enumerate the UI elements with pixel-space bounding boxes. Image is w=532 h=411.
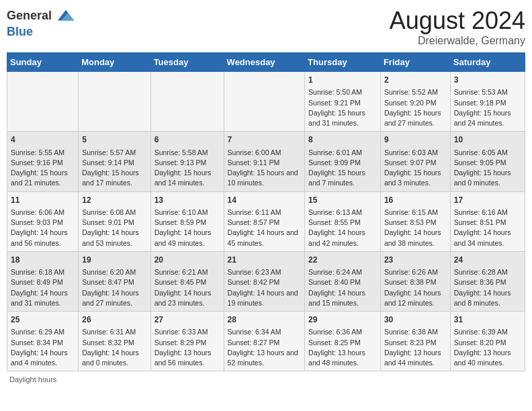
sunset-text: Sunset: 8:57 PM: [228, 218, 302, 228]
month-title: August 2024: [390, 7, 525, 35]
sunrise-text: Sunrise: 6:15 AM: [384, 208, 447, 218]
calendar-cell: 28Sunrise: 6:34 AMSunset: 8:27 PMDayligh…: [224, 312, 305, 371]
day-number: 22: [308, 255, 377, 266]
sunrise-text: Sunrise: 6:38 AM: [384, 327, 447, 337]
day-number: 7: [228, 134, 302, 146]
sunset-text: Sunset: 9:07 PM: [384, 158, 447, 168]
logo-general: General: [7, 9, 52, 22]
daylight-text: Daylight: 13 hours and 52 minutes.: [228, 348, 302, 368]
sunset-text: Sunset: 8:32 PM: [82, 338, 146, 348]
daylight-text: Daylight: 15 hours and 14 minutes.: [154, 168, 220, 188]
sunrise-text: Sunrise: 6:11 AM: [228, 208, 302, 218]
calendar-cell: 16Sunrise: 6:15 AMSunset: 8:53 PMDayligh…: [380, 191, 450, 251]
calendar-cell: 12Sunrise: 6:08 AMSunset: 9:01 PMDayligh…: [79, 191, 150, 251]
day-header-tuesday: Tuesday: [150, 53, 224, 72]
sunset-text: Sunset: 8:59 PM: [154, 218, 220, 228]
day-header-monday: Monday: [79, 53, 150, 72]
day-number: 30: [384, 314, 447, 326]
calendar-header: SundayMondayTuesdayWednesdayThursdayFrid…: [7, 53, 525, 72]
daylight-text: Daylight: 13 hours and 44 minutes.: [384, 348, 447, 368]
sunrise-text: Sunrise: 6:18 AM: [11, 267, 75, 277]
sunset-text: Sunset: 8:42 PM: [228, 277, 302, 287]
daylight-text: Daylight: 14 hours and 23 minutes.: [154, 288, 220, 308]
sunrise-text: Sunrise: 6:39 AM: [454, 327, 521, 337]
calendar-cell: 4Sunrise: 5:55 AMSunset: 9:16 PMDaylight…: [7, 132, 79, 191]
title-block: August 2024 Dreierwalde, Germany: [390, 7, 525, 47]
page-header: General Blue August 2024 Dreierwalde, Ge…: [7, 7, 525, 47]
day-number: 4: [11, 134, 75, 146]
sunset-text: Sunset: 9:14 PM: [82, 158, 146, 168]
calendar-cell: 14Sunrise: 6:11 AMSunset: 8:57 PMDayligh…: [224, 191, 305, 251]
calendar-cell: [7, 72, 79, 132]
daylight-text: Daylight: 14 hours and 45 minutes.: [228, 228, 302, 248]
day-header-saturday: Saturday: [450, 53, 525, 72]
day-number: 21: [228, 255, 302, 266]
footer-text: Daylight hours: [9, 375, 56, 383]
day-number: 26: [82, 314, 146, 326]
day-number: 5: [82, 134, 146, 146]
calendar-cell: 5Sunrise: 5:57 AMSunset: 9:14 PMDaylight…: [79, 132, 150, 191]
sunset-text: Sunset: 8:20 PM: [454, 338, 521, 348]
days-row: SundayMondayTuesdayWednesdayThursdayFrid…: [7, 53, 525, 72]
calendar-table: SundayMondayTuesdayWednesdayThursdayFrid…: [7, 52, 525, 371]
daylight-text: Daylight: 15 hours and 21 minutes.: [11, 168, 75, 188]
calendar-cell: 7Sunrise: 6:00 AMSunset: 9:11 PMDaylight…: [224, 132, 305, 191]
sunrise-text: Sunrise: 6:36 AM: [308, 327, 377, 337]
calendar-cell: 22Sunrise: 6:24 AMSunset: 8:40 PMDayligh…: [305, 251, 381, 311]
day-number: 1: [308, 75, 377, 86]
calendar-cell: 11Sunrise: 6:06 AMSunset: 9:03 PMDayligh…: [7, 191, 79, 251]
day-number: 11: [11, 195, 75, 206]
sunset-text: Sunset: 8:40 PM: [308, 277, 377, 287]
sunrise-text: Sunrise: 5:57 AM: [82, 148, 146, 158]
day-number: 6: [154, 134, 220, 146]
sunrise-text: Sunrise: 6:10 AM: [154, 208, 220, 218]
calendar-week-2: 4Sunrise: 5:55 AMSunset: 9:16 PMDaylight…: [7, 132, 525, 191]
sunset-text: Sunset: 8:51 PM: [454, 218, 521, 228]
day-number: 2: [384, 75, 447, 86]
sunrise-text: Sunrise: 6:16 AM: [454, 208, 521, 218]
day-number: 19: [82, 255, 146, 266]
daylight-text: Daylight: 14 hours and 49 minutes.: [154, 228, 220, 248]
calendar-cell: [79, 72, 150, 132]
calendar-cell: 13Sunrise: 6:10 AMSunset: 8:59 PMDayligh…: [150, 191, 224, 251]
logo-blue: Blue: [7, 25, 33, 38]
sunrise-text: Sunrise: 6:23 AM: [228, 267, 302, 277]
daylight-text: Daylight: 15 hours and 24 minutes.: [454, 108, 521, 128]
calendar-cell: 1Sunrise: 5:50 AMSunset: 9:21 PMDaylight…: [305, 72, 381, 132]
daylight-text: Daylight: 14 hours and 8 minutes.: [454, 288, 521, 308]
sunrise-text: Sunrise: 6:29 AM: [11, 327, 75, 337]
daylight-text: Daylight: 15 hours and 31 minutes.: [308, 108, 377, 128]
calendar-cell: 10Sunrise: 6:05 AMSunset: 9:05 PMDayligh…: [450, 132, 525, 191]
calendar-cell: [224, 72, 305, 132]
daylight-text: Daylight: 14 hours and 31 minutes.: [11, 288, 75, 308]
daylight-text: Daylight: 14 hours and 56 minutes.: [11, 228, 75, 248]
calendar-cell: 29Sunrise: 6:36 AMSunset: 8:25 PMDayligh…: [305, 312, 381, 371]
daylight-text: Daylight: 14 hours and 12 minutes.: [384, 288, 447, 308]
daylight-text: Daylight: 15 hours and 7 minutes.: [308, 168, 377, 188]
location-title: Dreierwalde, Germany: [390, 35, 525, 47]
daylight-text: Daylight: 14 hours and 15 minutes.: [308, 288, 377, 308]
day-header-wednesday: Wednesday: [224, 53, 305, 72]
day-number: 14: [228, 195, 302, 206]
calendar-cell: [150, 72, 224, 132]
day-number: 12: [82, 195, 146, 206]
daylight-text: Daylight: 15 hours and 17 minutes.: [82, 168, 146, 188]
sunrise-text: Sunrise: 6:26 AM: [384, 267, 447, 277]
calendar-cell: 2Sunrise: 5:52 AMSunset: 9:20 PMDaylight…: [380, 72, 450, 132]
calendar-cell: 21Sunrise: 6:23 AMSunset: 8:42 PMDayligh…: [224, 251, 305, 311]
sunset-text: Sunset: 8:29 PM: [154, 338, 220, 348]
sunset-text: Sunset: 8:47 PM: [82, 277, 146, 287]
sunrise-text: Sunrise: 6:24 AM: [308, 267, 377, 277]
daylight-text: Daylight: 14 hours and 4 minutes.: [11, 348, 75, 368]
sunrise-text: Sunrise: 5:53 AM: [454, 87, 521, 97]
sunrise-text: Sunrise: 6:06 AM: [11, 208, 75, 218]
calendar-cell: 20Sunrise: 6:21 AMSunset: 8:45 PMDayligh…: [150, 251, 224, 311]
calendar-cell: 8Sunrise: 6:01 AMSunset: 9:09 PMDaylight…: [305, 132, 381, 191]
sunrise-text: Sunrise: 6:34 AM: [228, 327, 302, 337]
calendar-cell: 30Sunrise: 6:38 AMSunset: 8:23 PMDayligh…: [380, 312, 450, 371]
day-number: 10: [454, 134, 521, 146]
sunset-text: Sunset: 8:23 PM: [384, 338, 447, 348]
day-header-friday: Friday: [380, 53, 450, 72]
calendar-cell: 17Sunrise: 6:16 AMSunset: 8:51 PMDayligh…: [450, 191, 525, 251]
daylight-text: Daylight: 15 hours and 27 minutes.: [384, 108, 447, 128]
